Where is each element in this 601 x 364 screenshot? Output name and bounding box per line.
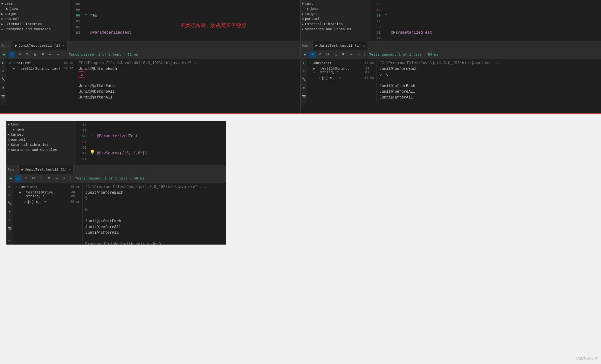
bottom-ide-panel: ▼ test ▶ java ▶ target m pom.xml [6,121,226,245]
side-icon-7[interactable]: ≡ [6,238,13,244]
tree-item[interactable]: ▶ External Libraries [300,22,370,27]
stop-button[interactable]: ⊘ [23,175,29,182]
left-code-content[interactable]: new @ParameterizedTest @CsvSource({"'',6… [89,0,300,41]
test-method-item[interactable]: ▶ ✓ test11(String, String, i 49 ms [14,190,81,199]
test-method-item[interactable]: ▶ ✓ test11(String, String, i 54 ms [308,66,375,75]
test-junit-item[interactable]: ✓ JunitTest 54 ms [308,60,375,66]
tree-item[interactable]: ▶ target [0,11,70,17]
tree-item-scratches-right[interactable]: ✦ Scratches and Consoles [300,27,370,32]
side-icon-3[interactable]: 🔧 [300,76,307,83]
side-icon-3[interactable]: 🔧 [6,200,13,206]
run-tab[interactable]: ▶ JunitTest.test11 (1) ✕ [12,41,67,50]
side-icon-2[interactable]: ⚙ [0,68,6,74]
rerun-button[interactable]: ⟳ [24,51,31,58]
test-method-time: 52 ms [64,67,73,70]
sort-button[interactable]: ⇅ [332,51,339,58]
tree-item[interactable]: ▶ java [6,127,76,132]
tree-item[interactable]: ▼ test [300,1,370,6]
sort-button[interactable]: ⇅ [38,175,45,182]
side-icon-1[interactable]: ▶ [6,184,13,190]
stop-button[interactable]: ⊘ [17,51,23,58]
side-icon-1[interactable]: ▶ [300,60,307,66]
play-button[interactable]: ▶ [302,51,308,58]
bottom-console-output: "C:\Program Files\Java\jdk1.8.0_192\bin\… [83,183,226,245]
close-tab-icon[interactable]: ✕ [62,44,65,48]
side-icon-3[interactable]: 🔧 [0,76,6,83]
check-button[interactable]: ✓ [15,175,22,182]
tree-item[interactable]: ▼ test [6,122,76,127]
tree-item[interactable]: m pom.xml [300,17,370,22]
tree-label: pom.xml [305,17,320,21]
tree-item[interactable]: ▶ target [300,11,370,17]
run-tab-icon: ▶ [315,44,318,48]
filter-button[interactable]: ≡ [39,51,46,58]
test-sub-time: 49 ms [70,200,80,204]
check-button[interactable]: ✓ [9,51,15,58]
side-icon-5[interactable]: 📷 [0,93,6,99]
check-icon: ✓ [9,61,11,65]
bottom-side-icons: ▶ ⚙ 🔧 ■ ⚙ 📷 ≡ [6,183,13,245]
bottom-run-panel: Run: ▶ JunitTest.test11 (1) ✕ ▶ ✓ ⊘ ⟳ ⇅ … [6,165,226,245]
check-button[interactable]: ✓ [309,51,316,58]
right-code-lines: 88 89 90 91 92 93 94 ↩ [370,0,601,41]
stop-button[interactable]: ⊘ [317,51,323,58]
console-line [79,78,298,83]
side-icon-4[interactable]: ■ [300,84,307,91]
check-icon: ▶ ✓ [313,66,319,75]
run-tab[interactable]: ▶ JunitTest.test11 (1) ✕ [313,41,368,50]
rerun-button[interactable]: ⟳ [325,51,331,58]
tree-item[interactable]: ▶ java [0,6,70,11]
side-icon-5[interactable]: 📷 [300,93,307,99]
tree-item[interactable]: ▶ target [6,132,76,137]
run-tab[interactable]: ▶ JunitTest.test11 (1) ✕ [18,165,73,174]
side-icon-2[interactable]: ⚙ [300,68,307,74]
filter-button[interactable]: ≡ [46,175,52,182]
test-junit-label: JunitTest [313,61,332,65]
tree-item[interactable]: ▶ External Libraries [6,142,76,147]
test-method-item[interactable]: ▶ ✓ test11(String, int) 52 ms [8,66,75,71]
side-icon-5[interactable]: ⚙ [6,217,13,223]
rerun-button[interactable]: ⟳ [31,175,37,182]
tree-item-scratches-bottom[interactable]: ✦ Scratches and Consoles [6,147,76,152]
tree-item[interactable]: m pom.xml [0,17,70,22]
more-button[interactable]: » [61,175,67,182]
close-tab-icon[interactable]: ✕ [69,167,71,172]
line-num: 93 [76,151,86,156]
more-button[interactable]: » [355,51,362,58]
left-side-icons: ▶ ⚙ 🔧 ■ 📷 [0,59,6,105]
side-icon-4[interactable]: ■ [0,84,6,91]
right-console-output: "C:\Program Files\Java\jdk1.8.0_192\bin\… [377,59,601,105]
tree-item[interactable]: ▶ java [300,6,370,11]
test-junit-item[interactable]: ✓ JunitTest 52 ms [8,60,75,66]
side-icon-6[interactable]: 📷 [6,225,13,231]
bottom-code-content[interactable]: @ParameterizedTest @CsvSource({"5,'',6"}… [95,121,226,165]
more-button[interactable]: » [55,51,61,58]
side-icon-1[interactable]: ▶ [0,60,6,66]
test-sub-item[interactable]: ✓ [1] 5,, 6 54 ms [308,75,375,81]
expand-button[interactable]: ⇔ [47,51,53,58]
tree-item[interactable]: ▶ External Libraries [0,22,70,27]
folder-icon: ▼ [302,2,304,6]
close-tab-icon[interactable]: ✕ [363,44,365,48]
console-line [85,236,223,241]
expand-button[interactable]: ⇔ [348,51,354,58]
side-icon-2[interactable]: ⚙ [6,192,13,198]
sort-button[interactable]: ⇅ [32,51,38,58]
test-sub-item[interactable]: ✓ [1] 5,, 6 49 ms [14,199,81,205]
bottom-file-tree-area: ▼ test ▶ java ▶ target m pom.xml [6,121,226,165]
test-junit-item[interactable]: ✓ JunitTest 49 ms [14,184,81,190]
tree-item[interactable]: m pom.xml [6,137,76,142]
console-line: 6 [85,207,223,213]
tree-item[interactable]: ▼ test [0,1,70,6]
console-line: Junit的afterEach [379,83,598,89]
play-button[interactable]: ▶ [1,51,8,58]
tree-item-scratches[interactable]: ✦ Scratches and Consoles [0,27,70,32]
console-line: Junit的beforeAll [85,224,223,230]
filter-button[interactable]: ≡ [340,51,346,58]
console-line: 5 6 [379,72,598,78]
play-button[interactable]: ▶ [8,175,14,182]
expand-button[interactable]: ⇔ [53,175,60,182]
side-icon-4[interactable]: ■ [6,208,13,215]
right-code-content[interactable]: @ParameterizedTest @CsvSource({"5,'',6"}… [390,0,601,41]
line-num: 93 [70,30,80,36]
